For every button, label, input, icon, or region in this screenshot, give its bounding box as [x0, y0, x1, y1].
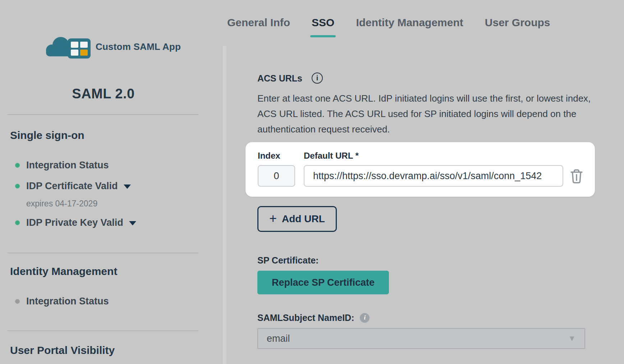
status-item-integration: Integration Status	[7, 157, 199, 174]
app-logo-label: Custom SAML App	[96, 41, 181, 52]
replace-sp-certificate-button[interactable]: Replace SP Certificate	[257, 271, 389, 294]
default-url-column-label: Default URL *	[304, 151, 359, 161]
nameid-selected-value: email	[267, 333, 290, 344]
status-dot-gray	[15, 299, 20, 304]
info-icon[interactable]: i	[312, 73, 323, 84]
section-heading-identity-management: Identity Management	[10, 265, 199, 277]
sp-certificate-label: SP Certificate:	[257, 255, 318, 265]
status-item-idp-certificate[interactable]: IDP Certificate Valid	[7, 177, 199, 195]
default-url-input[interactable]	[304, 165, 563, 187]
sso-status-list: Integration Status IDP Certificate Valid…	[7, 157, 199, 231]
app-logo: Custom SAML App	[43, 33, 199, 60]
plus-icon: +	[269, 212, 277, 225]
status-dot-green	[15, 184, 20, 188]
info-icon[interactable]: i	[360, 313, 370, 323]
section-heading-single-sign-on: Single sign-on	[10, 129, 199, 141]
status-item-idp-private-key[interactable]: IDP Private Key Valid	[7, 214, 199, 231]
main-panel: General Info SSO Identity Management Use…	[223, 0, 624, 364]
samlsubject-nameid-label: SAMLSubject NameID:	[257, 312, 354, 323]
dropdown-arrow-icon: ▼	[568, 334, 576, 343]
status-item-idm-integration: Integration Status	[7, 293, 199, 310]
section-heading-user-portal-visibility: User Portal Visibility	[10, 344, 199, 356]
tab-sso[interactable]: SSO	[312, 17, 334, 29]
sidebar-divider	[7, 115, 198, 115]
nameid-select[interactable]: email ▼	[257, 328, 585, 349]
cloud-app-icon	[43, 33, 93, 60]
tab-user-groups[interactable]: User Groups	[485, 17, 550, 29]
acs-urls-label: ACS URLs	[257, 73, 302, 84]
acs-url-row	[258, 165, 584, 187]
chevron-down-icon[interactable]	[129, 221, 136, 225]
tab-general-info[interactable]: General Info	[227, 17, 290, 29]
sidebar-divider	[7, 253, 198, 253]
status-dot-green	[15, 163, 20, 168]
add-url-button[interactable]: + Add URL	[257, 206, 337, 232]
tab-identity-management[interactable]: Identity Management	[356, 17, 463, 29]
chevron-down-icon[interactable]	[124, 185, 131, 189]
protocol-title: SAML 2.0	[7, 86, 199, 102]
acs-urls-description: Enter at least one ACS URL. IdP initiate…	[257, 91, 598, 137]
add-url-button-label: Add URL	[282, 213, 325, 225]
status-dot-green	[15, 220, 20, 225]
trash-icon	[569, 168, 584, 184]
acs-urls-header: ACS URLs i	[257, 73, 602, 84]
tab-bar: General Info SSO Identity Management Use…	[227, 17, 624, 29]
sidebar: Custom SAML App SAML 2.0 Single sign-on …	[0, 0, 223, 364]
index-input[interactable]	[258, 165, 295, 187]
delete-url-button[interactable]	[569, 168, 584, 184]
certificate-expiry-text: expires 04-17-2029	[7, 198, 199, 209]
index-column-label: Index	[258, 151, 304, 161]
acs-url-row-card: Index Default URL *	[246, 142, 595, 197]
sidebar-divider	[7, 331, 198, 331]
saml-app-config-page: Custom SAML App SAML 2.0 Single sign-on …	[0, 0, 624, 364]
